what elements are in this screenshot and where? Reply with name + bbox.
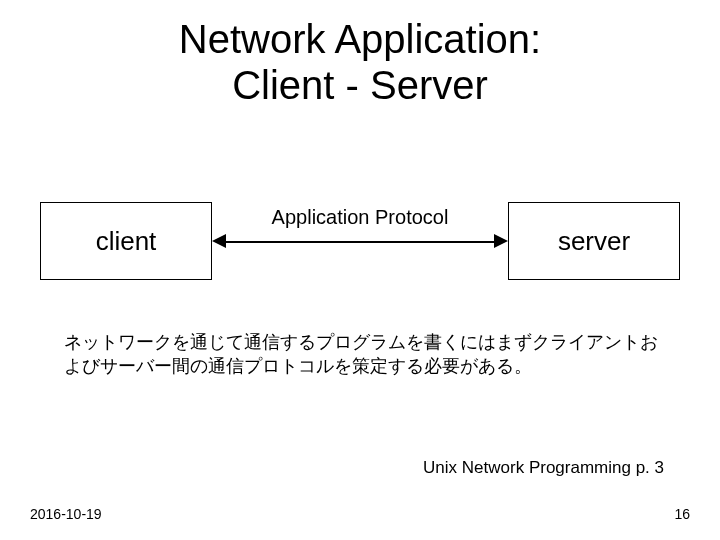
connector: Application Protocol — [212, 202, 508, 280]
protocol-label: Application Protocol — [212, 206, 508, 229]
client-box: client — [40, 202, 212, 280]
slide: Network Application: Client - Server cli… — [0, 0, 720, 540]
title-line-1: Network Application: — [179, 17, 541, 61]
arrow-right-icon — [494, 234, 508, 248]
page-title: Network Application: Client - Server — [0, 16, 720, 108]
client-label: client — [96, 226, 157, 257]
title-line-2: Client - Server — [232, 63, 488, 107]
server-label: server — [558, 226, 630, 257]
footer-page-number: 16 — [674, 506, 690, 522]
connector-line — [222, 241, 498, 243]
description-text: ネットワークを通じて通信するプログラムを書くにはまずクライアントおよびサーバー間… — [64, 330, 664, 379]
reference-text: Unix Network Programming p. 3 — [423, 458, 664, 478]
footer-date: 2016-10-19 — [30, 506, 102, 522]
client-server-diagram: client Application Protocol server — [40, 202, 680, 280]
server-box: server — [508, 202, 680, 280]
arrow-left-icon — [212, 234, 226, 248]
